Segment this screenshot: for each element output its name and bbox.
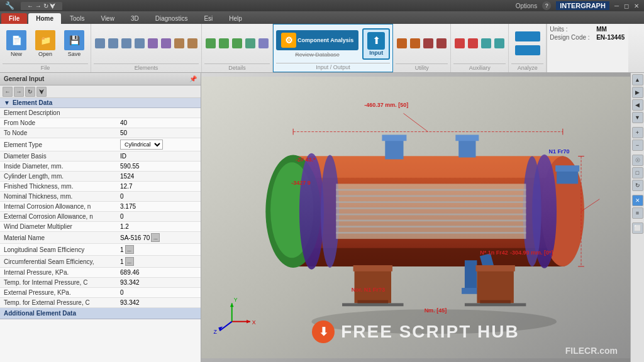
row-value-with-btn: SA-516 70...	[116, 232, 201, 244]
utility-btn-1[interactable]	[396, 38, 408, 50]
rt-btn-11[interactable]: ≡	[632, 207, 643, 219]
title-tab-quick-access[interactable]: ← → ↻ ⮟	[21, 2, 62, 10]
rt-btn-12[interactable]: ⬜	[632, 222, 643, 234]
table-row: Internal Pressure, KPa.689.46	[0, 268, 201, 278]
row-value: SA-516 70	[120, 234, 150, 241]
table-row: Temp. for External Pressure, C93.342	[0, 298, 201, 308]
tab-home[interactable]: Home	[28, 13, 61, 24]
row-edit-btn[interactable]: ...	[151, 233, 160, 242]
window-max[interactable]: ◻	[624, 3, 629, 9]
row-label: Longitudinal Seam Efficiency	[0, 244, 116, 256]
aux-btn-3[interactable]	[480, 38, 492, 50]
toolbar-btn-3[interactable]: ↻	[25, 87, 35, 97]
detail-btn-3[interactable]	[231, 38, 243, 50]
detail-btn-4[interactable]	[244, 38, 257, 50]
panel-toolbar: ← → ↻ ⮟	[0, 85, 201, 98]
row-value: 0	[116, 288, 201, 298]
table-row: Wind Diameter Multiplier1.2	[0, 222, 201, 232]
detail-btn-5[interactable]	[257, 38, 270, 50]
rt-btn-9[interactable]: ↻	[632, 180, 643, 191]
tab-file[interactable]: File	[1, 13, 27, 24]
table-row: From Node40	[0, 118, 201, 128]
tab-help[interactable]: Help	[221, 13, 250, 24]
utility-btn-4[interactable]	[435, 38, 448, 50]
element-data-section[interactable]: ▼ Element Data	[0, 98, 201, 108]
left-panel-content[interactable]: ▼ Element Data Element DescriptionFrom N…	[0, 98, 201, 362]
row-edit-btn[interactable]: ...	[125, 245, 134, 254]
file-buttons: 📄 New 📁 Open 💾 Save	[3, 25, 88, 62]
rt-btn-4[interactable]: ▼	[632, 112, 643, 123]
rt-btn-5[interactable]: +	[632, 127, 643, 138]
element-btn-1[interactable]	[94, 38, 106, 50]
element-btn-7[interactable]	[173, 38, 186, 50]
element-btn-3[interactable]	[120, 38, 133, 50]
table-row: Finished Thickness, mm.12.7	[0, 182, 201, 192]
input-output-label: Input / Output	[276, 63, 390, 70]
rt-btn-3[interactable]: ◀	[632, 99, 643, 111]
review-database-button[interactable]: Review Database	[295, 52, 340, 58]
tab-esi[interactable]: Esi	[196, 13, 220, 24]
toolbar-btn-4[interactable]: ⮟	[36, 87, 47, 97]
tab-view[interactable]: View	[93, 13, 122, 24]
rt-btn-8[interactable]: □	[632, 167, 643, 178]
rt-btn-2[interactable]: ▶	[632, 87, 643, 98]
utility-btn-2[interactable]	[409, 38, 421, 50]
elements-buttons	[94, 25, 199, 62]
analyze-buttons	[512, 25, 543, 62]
window-min[interactable]: ─	[614, 3, 619, 9]
auxiliary-buttons	[453, 25, 506, 62]
element-type-select[interactable]: Cylindrical	[120, 140, 163, 150]
ribbon-group-input-output: ⚙ Component Analysis Review Database ⬆ I…	[273, 24, 393, 72]
additional-data-section[interactable]: Additional Element Data	[0, 308, 201, 319]
element-btn-4[interactable]	[133, 38, 146, 50]
component-analysis-button[interactable]: ⚙ Component Analysis	[276, 30, 358, 50]
pin-button[interactable]: 📌	[189, 75, 197, 82]
svg-text:Y: Y	[234, 297, 238, 303]
table-row: Element Description	[0, 108, 201, 118]
element-btn-8[interactable]	[186, 38, 199, 50]
section-collapse-icon: ▼	[4, 99, 10, 106]
row-edit-btn[interactable]: ...	[125, 257, 134, 266]
element-btn-6[interactable]	[160, 38, 172, 50]
table-row: Inside Diameter, mm.590.55	[0, 162, 201, 172]
3d-viewport[interactable]: X Y Z	[201, 73, 630, 362]
rt-btn-1[interactable]: ▲	[632, 74, 643, 85]
tab-tools[interactable]: Tools	[62, 13, 92, 24]
utility-btn-3[interactable]	[422, 38, 435, 50]
element-data-table: Element DescriptionFrom Node40To Node50E…	[0, 108, 201, 308]
toolbar-btn-1[interactable]: ←	[3, 87, 13, 97]
tab-3d[interactable]: 3D	[123, 13, 147, 24]
window-close[interactable]: ✕	[634, 3, 639, 9]
row-value: 1	[120, 246, 124, 253]
analyze-btn-2[interactable]	[512, 44, 543, 57]
detail-btn-1[interactable]	[204, 38, 217, 50]
row-label: Temp. for External Pressure, C	[0, 298, 116, 308]
row-value: 0	[116, 212, 201, 222]
rt-btn-7[interactable]: ☉	[632, 155, 643, 166]
aux-btn-1[interactable]	[453, 38, 466, 50]
save-button[interactable]: 💾 Save	[60, 28, 88, 59]
analyze-btn-1[interactable]	[512, 30, 543, 43]
row-value-with-btn: 1...	[116, 244, 201, 256]
rt-btn-10[interactable]: ✕	[632, 195, 643, 206]
annot-4: -304.90 mm. [0*]	[510, 250, 553, 256]
open-button[interactable]: 📁 Open	[31, 28, 59, 59]
aux-btn-4[interactable]	[493, 38, 506, 50]
title-tabs: ← → ↻ ⮟	[21, 2, 62, 10]
rt-btn-6[interactable]: −	[632, 140, 643, 151]
input-button[interactable]: ⬆ Input	[362, 28, 390, 60]
new-button[interactable]: 📄 New	[3, 28, 30, 59]
element-btn-5[interactable]	[147, 38, 159, 50]
help-icon[interactable]: ?	[542, 1, 551, 10]
element-btn-2[interactable]	[107, 38, 119, 50]
toolbar-btn-2[interactable]: →	[14, 87, 24, 97]
options-text[interactable]: Options	[516, 3, 537, 9]
row-label: Temp. for Internal Pressure, C	[0, 278, 116, 288]
tab-diagnostics[interactable]: Diagnostics	[148, 13, 196, 24]
row-value-select[interactable]: Cylindrical	[116, 138, 201, 151]
aux-btn-2[interactable]	[467, 38, 479, 50]
detail-btn-2[interactable]	[218, 38, 230, 50]
analyze-group-label: Analyze	[511, 63, 543, 71]
row-value: 50	[116, 128, 201, 138]
row-label: Element Description	[0, 108, 116, 118]
